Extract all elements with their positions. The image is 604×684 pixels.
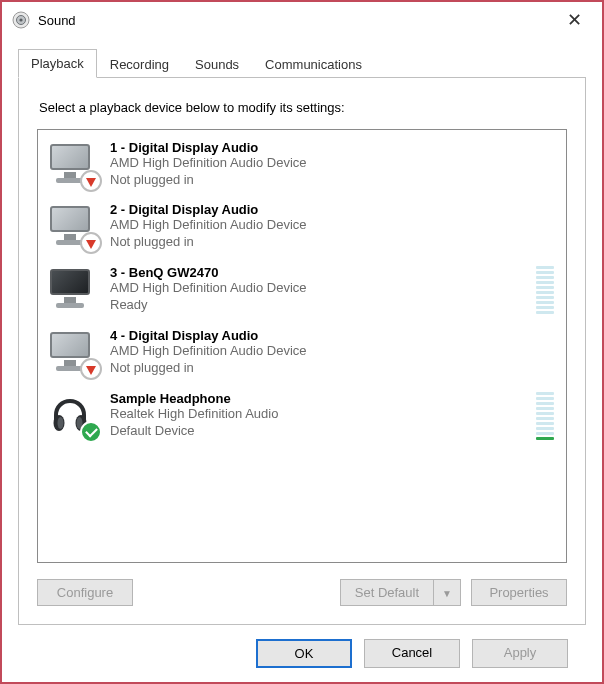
window-title: Sound [38,13,76,28]
device-status: Not plugged in [110,360,554,376]
device-row[interactable]: Sample Headphone Realtek High Definition… [42,386,562,450]
level-meter [536,390,554,440]
device-name: 3 - BenQ GW2470 [110,265,528,280]
device-driver: AMD High Definition Audio Device [110,343,554,359]
monitor-icon [48,265,96,313]
apply-button[interactable]: Apply [472,639,568,668]
device-driver: Realtek High Definition Audio [110,406,528,422]
device-name: Sample Headphone [110,391,528,406]
svg-point-2 [19,18,22,21]
device-driver: AMD High Definition Audio Device [110,155,554,171]
tab-strip: Playback Recording Sounds Communications [18,48,586,78]
tab-button-row: Configure Set Default ▼ Properties [37,579,567,606]
titlebar: Sound ✕ [2,2,602,38]
device-name: 2 - Digital Display Audio [110,202,554,217]
properties-button[interactable]: Properties [471,579,567,606]
chevron-down-icon[interactable]: ▼ [433,580,460,605]
unplugged-badge-icon [80,232,102,254]
unplugged-badge-icon [80,358,102,380]
dialog-footer: OK Cancel Apply [18,625,586,668]
device-info: Sample Headphone Realtek High Definition… [110,391,528,439]
device-row[interactable]: 1 - Digital Display Audio AMD High Defin… [42,136,562,198]
device-driver: AMD High Definition Audio Device [110,217,554,233]
ok-button[interactable]: OK [256,639,352,668]
set-default-label: Set Default [341,580,433,605]
close-button[interactable]: ✕ [557,5,592,35]
tab-recording[interactable]: Recording [97,50,182,78]
device-info: 1 - Digital Display Audio AMD High Defin… [110,140,554,188]
device-info: 3 - BenQ GW2470 AMD High Definition Audi… [110,265,528,313]
headphones-icon [48,391,96,439]
tab-playback[interactable]: Playback [18,49,97,78]
client-area: Playback Recording Sounds Communications… [2,38,602,682]
unplugged-badge-icon [80,170,102,192]
cancel-button[interactable]: Cancel [364,639,460,668]
device-status: Not plugged in [110,234,554,250]
prompt-text: Select a playback device below to modify… [39,100,567,115]
device-row[interactable]: 2 - Digital Display Audio AMD High Defin… [42,198,562,260]
device-list[interactable]: 1 - Digital Display Audio AMD High Defin… [37,129,567,563]
device-status: Default Device [110,423,528,439]
device-row[interactable]: 4 - Digital Display Audio AMD High Defin… [42,324,562,386]
monitor-icon [48,140,96,188]
device-info: 2 - Digital Display Audio AMD High Defin… [110,202,554,250]
monitor-icon [48,328,96,376]
device-name: 4 - Digital Display Audio [110,328,554,343]
tab-sounds[interactable]: Sounds [182,50,252,78]
device-status: Not plugged in [110,172,554,188]
device-status: Ready [110,297,528,313]
device-row[interactable]: 3 - BenQ GW2470 AMD High Definition Audi… [42,260,562,324]
sound-dialog: Sound ✕ Playback Recording Sounds Commun… [0,0,604,684]
device-name: 1 - Digital Display Audio [110,140,554,155]
default-badge-icon [80,421,102,443]
level-meter [536,264,554,314]
tab-communications[interactable]: Communications [252,50,375,78]
monitor-icon [48,202,96,250]
configure-button[interactable]: Configure [37,579,133,606]
set-default-button[interactable]: Set Default ▼ [340,579,461,606]
device-info: 4 - Digital Display Audio AMD High Defin… [110,328,554,376]
speaker-icon [12,11,30,29]
device-driver: AMD High Definition Audio Device [110,280,528,296]
svg-point-5 [58,417,64,429]
playback-pane: Select a playback device below to modify… [18,78,586,625]
